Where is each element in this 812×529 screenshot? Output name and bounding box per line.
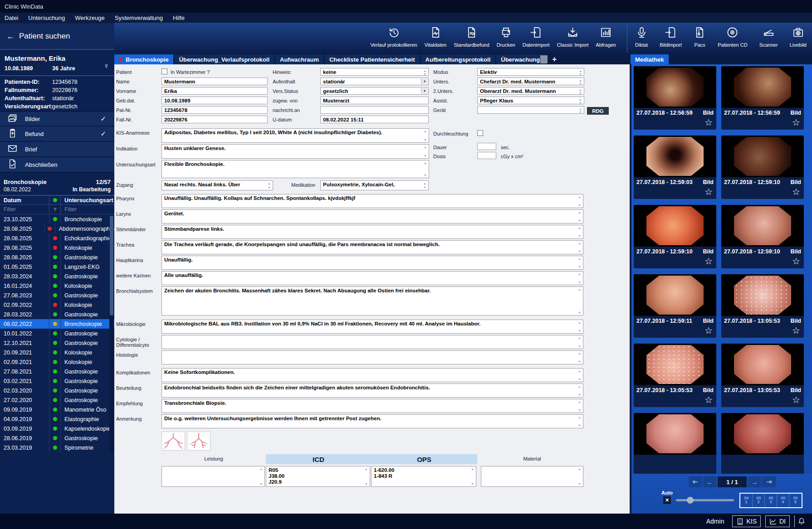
spinner-arrows-icon[interactable]: ▲▼: [422, 181, 427, 189]
field-material[interactable]: ▲▼: [481, 466, 583, 487]
toolbar-button-classic-import[interactable]: Classic Import: [553, 25, 592, 49]
exam-table-row[interactable]: 27.08.2023Gastroskopie: [0, 291, 114, 300]
bronchial-tree-thumbnail-1[interactable]: [161, 432, 185, 451]
spinner-arrows-icon[interactable]: ▲▼: [578, 88, 583, 94]
sidebar-item-bilder[interactable]: Bilder✓: [0, 111, 114, 126]
exam-table-row[interactable]: 28.08.2025Echokardiographie: [0, 233, 114, 243]
field-versstatus[interactable]: gesetzlich▼: [320, 87, 429, 95]
spinner-arrows-icon[interactable]: ▲▼: [578, 78, 583, 84]
exam-table-row[interactable]: 04.09.2019Elastographie: [0, 414, 114, 424]
field-anmerkung[interactable]: Die o.g. weiteren Untersuchungsergebniss…: [161, 414, 583, 428]
spinner-arrows-icon[interactable]: ▲▼: [577, 241, 582, 253]
field-gert[interactable]: ▲▼: [477, 106, 584, 114]
tab-überwachungsp[interactable]: Überwachungsp: [496, 54, 545, 64]
field-trachea[interactable]: Die Trachea verläuft gerade, die Knorpel…: [161, 240, 583, 254]
toolbar-button-scanner[interactable]: Scanner: [756, 25, 782, 49]
spinner-arrows-icon[interactable]: ▲▼: [577, 257, 582, 269]
exam-table-row[interactable]: 02.03.2020Gastroskopie: [0, 386, 114, 395]
spinner-arrows-icon[interactable]: ▲▼: [577, 210, 582, 223]
toolbar-button-drucken[interactable]: Drucken: [493, 25, 519, 49]
field-mikrobiologie[interactable]: Mikrobiologische BAL aus RB3. Instillati…: [161, 320, 583, 334]
tab-mediathek[interactable]: Mediathek: [631, 54, 669, 64]
slider-thumb[interactable]: [687, 497, 694, 504]
exam-table-row[interactable]: 28.03.2024Gastroskopie: [0, 272, 114, 281]
filter-type-input[interactable]: Filter: [61, 206, 114, 213]
exam-table-row[interactable]: 28.08.2025Gastroskopie: [0, 252, 114, 262]
field-modus[interactable]: Elektiv▲▼: [477, 68, 584, 76]
field-aufenthalt[interactable]: stationär▼: [320, 78, 429, 85]
favorite-star-icon[interactable]: ☆: [704, 325, 713, 336]
rdg-button[interactable]: RDG: [587, 107, 609, 115]
field-weitere-karinen[interactable]: Alle unauffällig.▲▼: [161, 271, 583, 285]
field-zugang[interactable]: Nasal rechts. Nasal links. Über▲▼: [161, 180, 273, 190]
menu-item-untersuchung[interactable]: Untersuchung: [28, 15, 65, 21]
mediathek-image-cell[interactable]: 27.07.2018 - 12:59:10Bild☆: [721, 136, 804, 199]
spinner-arrows-icon[interactable]: ▲▼: [578, 97, 583, 103]
field-cytologie-differentialcyto[interactable]: ▲▼: [161, 335, 583, 349]
spinner-arrows-icon[interactable]: ▲▼: [422, 69, 427, 75]
tab-scroll-button[interactable]: [540, 55, 548, 63]
spinner-arrows-icon[interactable]: ▲▼: [577, 369, 582, 381]
spinner-arrows-icon[interactable]: ▲▼: [470, 467, 475, 486]
sidebar-item-brief[interactable]: Brief: [0, 142, 114, 157]
exam-table-row[interactable]: 23.03.2019Spirometrie: [0, 443, 114, 452]
grid-layout-button-1[interactable]: 1: [740, 494, 753, 507]
field-leistung[interactable]: ▲▼: [161, 466, 265, 487]
exam-table-row[interactable]: 28.06.2019Gastroskopie: [0, 433, 114, 443]
exam-table-row[interactable]: 28.03.2022Gastroskopie: [0, 310, 114, 319]
field-gebdat[interactable]: 10.08.1989: [161, 97, 268, 104]
field-dauer[interactable]: [477, 143, 496, 150]
favorite-star-icon[interactable]: ☆: [792, 186, 800, 197]
field-komplikationen[interactable]: Keine Sofortkomplikationen.▲▼: [161, 368, 583, 382]
mediathek-image-cell[interactable]: 27.07.2018 - 12:56:59Bild☆: [634, 66, 716, 130]
back-to-patient-search-button[interactable]: ← Patient suchen: [0, 24, 114, 50]
field-zugewvon[interactable]: Musterarzt: [320, 97, 429, 104]
wartezimmer-checkbox[interactable]: [161, 68, 167, 74]
mediathek-image-cell[interactable]: 27.07.2018 - 13:05:53Bild☆: [634, 344, 716, 407]
exam-table-row[interactable]: 23.10.2025Bronchoskopie: [0, 214, 114, 224]
exam-table-row[interactable]: 16.01.2024Koloskopie: [0, 281, 114, 291]
grid-layout-button-2[interactable]: 2: [753, 494, 765, 507]
column-header-untersuchungsart[interactable]: Untersuchungsart: [61, 197, 114, 204]
favorite-star-icon[interactable]: ☆: [704, 186, 713, 197]
toolbar-button-bildimport[interactable]: Bildimport: [656, 25, 685, 49]
spinner-arrows-icon[interactable]: ▲▼: [423, 161, 428, 177]
spinner-arrows-icon[interactable]: ▲▼: [577, 400, 582, 412]
exam-table-row[interactable]: 20.09.2021Koloskopie: [0, 348, 114, 357]
spinner-arrows-icon[interactable]: ▲▼: [267, 181, 272, 189]
field-dosis[interactable]: [477, 152, 496, 159]
spinner-arrows-icon[interactable]: ▲▼: [577, 384, 582, 397]
favorite-star-icon[interactable]: ☆: [704, 256, 713, 267]
exam-table-scrollbar[interactable]: [109, 215, 114, 453]
field-icd-codes[interactable]: R05J38.00J20.9▲▼: [266, 466, 370, 487]
exam-table-row[interactable]: 10.01.2022Gastroskopie: [0, 329, 114, 338]
di-button[interactable]: DI: [765, 515, 790, 527]
thumbnail-size-slider[interactable]: [676, 499, 734, 501]
exam-table-row[interactable]: 03.02.2021Gastroskopie: [0, 376, 114, 386]
field-histologie[interactable]: ▲▼: [161, 350, 583, 364]
toolbar-button-abfragen[interactable]: Abfragen: [592, 25, 620, 49]
bronchial-tree-thumbnail-2[interactable]: [187, 432, 210, 451]
field-indikation[interactable]: Husten unklarer Genese.▲▼: [161, 144, 429, 159]
menu-item-systemverwaltung[interactable]: Systemverwaltung: [115, 15, 163, 21]
field-ops-codes[interactable]: 1-620.001-843 R▲▼: [371, 466, 476, 487]
spinner-arrows-icon[interactable]: ▲▼: [577, 320, 582, 333]
mediathek-image-cell[interactable]: 27.07.2018 - 12:59:10Bild☆: [721, 205, 804, 268]
mediathek-image-cell[interactable]: 27.07.2018 - 13:05:53Bild☆: [721, 344, 804, 407]
toolbar-button-pacs[interactable]: Pacs: [690, 25, 709, 49]
tab-aufwachraum[interactable]: Aufwachraum: [275, 54, 323, 64]
exam-table-row[interactable]: 27.02.2020Gastroskopie: [0, 395, 114, 405]
column-header-status[interactable]: [49, 196, 61, 204]
field-unters[interactable]: Chefarzt Dr. med. Mustermann▲▼: [477, 78, 584, 85]
spinner-arrows-icon[interactable]: ▲▼: [578, 107, 583, 113]
menu-item-hilfe[interactable]: Hilfe: [173, 15, 185, 21]
spinner-arrows-icon[interactable]: ▲▼: [423, 145, 428, 158]
tab-aufbereitungsprotokoll[interactable]: Aufbereitungsprotokoll: [421, 54, 495, 64]
field-larynx[interactable]: Gerötet.▲▼: [161, 209, 583, 223]
field-assist[interactable]: Pfleger Klaus▲▼: [477, 97, 584, 104]
spinner-arrows-icon[interactable]: ▲▼: [577, 195, 582, 207]
favorite-star-icon[interactable]: ☆: [704, 117, 713, 128]
field-name[interactable]: Mustermann: [161, 78, 268, 85]
exam-table-row[interactable]: 01.05.2025Langzeit-EKG: [0, 262, 114, 272]
field-unters[interactable]: Oberarzt Dr. med. Mustermann▲▼: [477, 87, 584, 95]
